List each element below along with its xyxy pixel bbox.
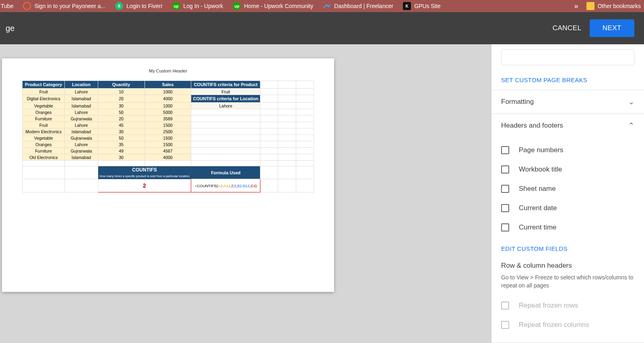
bookmark-label: Tube: [1, 3, 13, 9]
section-title: Headers and footers: [501, 122, 563, 130]
empty-cell: [278, 81, 296, 89]
cell: Gujranwala: [65, 148, 98, 154]
checkbox-icon: [501, 302, 509, 310]
criteria-location-header: COUNTIFS criteria for Location: [191, 95, 260, 103]
cell: 4000: [144, 95, 191, 103]
cell: Old Electronics: [23, 154, 65, 161]
cell: Islamabad: [65, 95, 98, 103]
cancel-button[interactable]: CANCEL: [553, 24, 582, 32]
checkbox-icon: [501, 204, 509, 212]
cell: 1500: [144, 122, 191, 128]
criteria-product-cell: Fruit: [191, 89, 260, 95]
cell: Lahore: [65, 109, 98, 116]
k-icon: K: [403, 2, 411, 10]
bookmark-payoneer[interactable]: Sign in to your Payoneer a...: [23, 2, 105, 10]
cell: Fruit: [23, 89, 65, 95]
cell: 2500: [144, 128, 191, 135]
cell: 20: [98, 116, 144, 122]
toolbar-actions: CANCEL NEXT: [553, 19, 634, 37]
cell: Vegetable: [23, 135, 65, 141]
page-preview: My Custom Header Product Category Locati…: [2, 58, 334, 292]
table-row: Modern ElectronicsIslamabad302500: [23, 128, 314, 135]
cell: 10: [98, 89, 144, 95]
bookmark-label: Sign in to your Payoneer a...: [34, 3, 105, 9]
countifs-title: COUNTIFS: [98, 166, 191, 174]
empty-row: [23, 161, 314, 166]
bookmark-gpus[interactable]: K GPUs Site: [403, 2, 440, 10]
cell: 30: [98, 154, 144, 161]
checkbox-page-numbers[interactable]: Page numbers: [501, 141, 634, 160]
checkbox-repeat-frozen-cols: Repeat frozen columns: [501, 315, 634, 335]
cell: Islamabad: [65, 154, 98, 161]
row-col-headers-title: Row & column headers: [501, 262, 634, 270]
table-row: Fruit Lahore 10 1000 Fruit: [23, 89, 314, 95]
bookmark-upwork-community[interactable]: up Home - Upwork Community: [233, 2, 313, 10]
cell: Lahore: [65, 89, 98, 95]
headers-footers-section-header[interactable]: Headers and footers ⌃: [491, 114, 644, 137]
set-page-breaks-link[interactable]: SET CUSTOM PAGE BREAKS: [491, 70, 644, 90]
countifs-header-row: COUNTIFS How many times a specific produ…: [23, 166, 314, 179]
checkbox-icon: [501, 223, 509, 231]
chevron-down-icon: ⌄: [628, 97, 634, 106]
checkbox-workbook-title[interactable]: Workbook title: [501, 160, 634, 179]
table-row: OrangesLahore351500: [23, 141, 314, 148]
checkbox-icon: [501, 321, 509, 329]
cell: 4567: [144, 148, 191, 154]
section-title: Formatting: [501, 98, 534, 106]
toolbar-title: ge: [6, 24, 14, 33]
col-header: Quantity: [98, 81, 144, 89]
cell: 30: [98, 128, 144, 135]
bookmark-fiverr[interactable]: fi Login to Fiverr: [115, 2, 162, 10]
col-header: Location: [65, 81, 98, 89]
freelancer-icon: [323, 2, 331, 10]
bookmark-upwork-login[interactable]: up Log In - Upwork: [172, 2, 223, 10]
cell: 5000: [144, 109, 191, 116]
preview-pane: My Custom Header Product Category Locati…: [0, 44, 491, 343]
table-header-row: Product Category Location Quantity Sales…: [23, 81, 314, 89]
cell: 1500: [144, 141, 191, 148]
bookmark-overflow-icon[interactable]: »: [574, 2, 578, 10]
folder-icon: [586, 2, 594, 10]
formula-used-header: Formula Used: [191, 166, 260, 179]
upwork-icon: up: [233, 2, 241, 10]
headers-footers-body: Page numbers Workbook title Sheet name C…: [491, 137, 644, 343]
table-row: VegetableGujranwala501500: [23, 135, 314, 141]
checkbox-icon: [501, 185, 509, 193]
bookmark-freelancer[interactable]: Dashboard | Freelancer: [323, 2, 393, 10]
formatting-section-header[interactable]: Formatting ⌄: [491, 90, 644, 114]
bookmark-label: Dashboard | Freelancer: [334, 3, 393, 9]
bookmark-label: Other bookmarks: [598, 3, 641, 9]
cell: Gujranwala: [65, 135, 98, 141]
checkbox-label: Current date: [519, 204, 557, 212]
bookmark-other[interactable]: Other bookmarks: [586, 2, 641, 10]
print-settings-panel: SET CUSTOM PAGE BREAKS Formatting ⌄ Head…: [491, 44, 644, 343]
col-header: Product Category: [23, 81, 65, 89]
bookmark-label: Login to Fiverr: [126, 3, 162, 9]
cell: Lahore: [65, 141, 98, 148]
checkbox-current-date[interactable]: Current date: [501, 198, 634, 218]
checkbox-repeat-frozen-rows: Repeat frozen rows: [501, 296, 634, 315]
checkbox-current-time[interactable]: Current time: [501, 218, 634, 237]
print-toolbar: ge CANCEL NEXT: [0, 12, 644, 44]
bookmark-tube[interactable]: Tube: [1, 3, 13, 9]
countifs-subtitle: How many times a specific product is sol…: [98, 174, 191, 179]
countifs-result: 2: [98, 179, 191, 192]
cell: 1000: [144, 89, 191, 95]
bookmark-label: Home - Upwork Community: [244, 3, 313, 9]
main-area: My Custom Header Product Category Locati…: [0, 44, 644, 343]
formula-row: 2 =COUNTIFS(A2:A12,E2,B2:B12,E4): [23, 179, 314, 192]
table-row: FurnitureGujranwala494567: [23, 148, 314, 154]
checkbox-label: Page numbers: [519, 146, 564, 154]
edit-custom-fields-link[interactable]: EDIT CUSTOM FIELDS: [501, 237, 634, 255]
next-button[interactable]: NEXT: [590, 19, 634, 37]
checkbox-sheet-name[interactable]: Sheet name: [501, 179, 634, 198]
row-col-headers-desc: Go to View > Freeze to select which rows…: [501, 274, 634, 289]
cell: Islamabad: [65, 128, 98, 135]
data-table: Product Category Location Quantity Sales…: [22, 81, 314, 192]
settings-input[interactable]: [501, 49, 634, 65]
cell: Lahore: [65, 122, 98, 128]
cell: 20: [98, 95, 144, 103]
bookmark-label: Log In - Upwork: [184, 3, 223, 9]
table-row: FurnitureGujranwala203589: [23, 116, 314, 122]
checkbox-label: Sheet name: [519, 185, 556, 193]
